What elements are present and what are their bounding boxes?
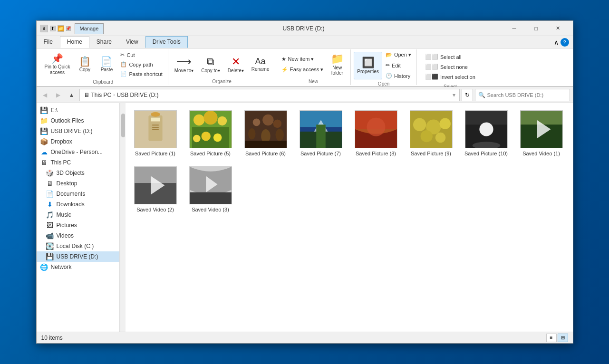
sidebar-item-3d[interactable]: 🎲 3D Objects	[37, 168, 119, 178]
sidebar-item-onedrive[interactable]: ☁ OneDrive - Person...	[37, 147, 119, 157]
rename-button[interactable]: Aa Rename	[248, 50, 273, 78]
sidebar-item-this-pc[interactable]: 🖥 This PC	[37, 157, 119, 168]
copy-path-button[interactable]: 📋 Copy path	[118, 60, 164, 69]
file-item-vid2[interactable]: Saved Video (2)	[129, 163, 182, 216]
sidebar-scrollbar[interactable]	[120, 103, 126, 332]
file-thumb-vid2	[134, 166, 177, 204]
sidebar-item-e-drive[interactable]: 💾 E:\	[37, 105, 119, 115]
path-chevron[interactable]: ▾	[453, 92, 455, 98]
ribbon-group-organize: ⟶ Move to▾ ⧉ Copy to▾ ✕ Delete▾ Aa Renam…	[168, 49, 276, 85]
open-button[interactable]: 📂 Open ▾	[383, 50, 414, 59]
ribbon-collapse-button[interactable]: ∧	[554, 38, 559, 46]
file-name-pic5: Saved Picture (5)	[190, 150, 231, 157]
sidebar-item-desktop[interactable]: 🖥 Desktop	[37, 178, 119, 189]
sidebar-item-dropbox[interactable]: 📦 Dropbox	[37, 136, 119, 147]
file-item-pic1[interactable]: Saved Picture (1)	[129, 107, 182, 160]
file-grid: Saved Picture (1)	[129, 107, 569, 217]
file-name-pic10: Saved Picture (10)	[464, 150, 508, 157]
pin-to-quick-access-button[interactable]: 📌 Pin to Quickaccess	[41, 51, 74, 78]
select-all-button[interactable]: ⬜⬜ Select all	[423, 52, 478, 61]
rename-icon: Aa	[255, 57, 266, 67]
delete-button[interactable]: ✕ Delete▾	[224, 50, 247, 78]
sidebar-item-local-disk[interactable]: 💽 Local Disk (C:)	[37, 241, 119, 251]
ribbon-tabs: File Home Share View Drive Tools ∧ ?	[37, 36, 573, 48]
paste-button[interactable]: 📄 Paste	[96, 51, 117, 78]
up-button[interactable]: ▲	[66, 89, 77, 101]
new-folder-button[interactable]: 📁 Newfolder	[327, 50, 348, 78]
delete-icon: ✕	[232, 56, 240, 68]
tab-view[interactable]: View	[119, 36, 145, 48]
edit-button[interactable]: ✏ Edit	[383, 61, 414, 70]
history-button[interactable]: 🕐 History	[383, 71, 414, 80]
explorer-window: 🖥 ⬆ 📁 📌 Manage USB DRIVE (D:) ─ □ ✕ File…	[36, 20, 573, 344]
path-drive: USB DRIVE (D:)	[117, 92, 159, 98]
sidebar-item-videos[interactable]: 📹 Videos	[37, 230, 119, 241]
file-item-vid3[interactable]: Saved Video (3)	[184, 163, 237, 216]
copy-to-label: Copy to▾	[201, 68, 220, 73]
file-item-vid1[interactable]: Saved Video (1)	[515, 107, 568, 160]
this-pc-label: This PC	[51, 159, 71, 166]
address-path[interactable]: 🖥 This PC › USB DRIVE (D:) ▾	[79, 89, 460, 101]
file-item-pic9[interactable]: Saved Picture (9)	[405, 107, 457, 160]
downloads-icon: ⬇	[46, 201, 54, 208]
file-item-pic5[interactable]: Saved Picture (5)	[184, 107, 237, 160]
sidebar-item-downloads[interactable]: ⬇ Downloads	[37, 199, 119, 210]
cut-col: ✂ Cut 📋 Copy path 📄 Paste shortcut	[118, 50, 164, 78]
move-to-button[interactable]: ⟶ Move to▾	[171, 50, 197, 78]
new-items: ★ New item ▾ ⚡ Easy access ▾ 📁 Newfolder	[279, 50, 348, 78]
help-button[interactable]: ?	[561, 38, 569, 47]
desktop-label: Desktop	[57, 180, 77, 187]
pictures-label: Pictures	[57, 222, 77, 229]
file-item-pic8[interactable]: Saved Picture (8)	[350, 107, 402, 160]
copy-paste-col: 📋 Copy	[74, 51, 95, 78]
tab-share[interactable]: Share	[89, 36, 119, 48]
3d-icon: 🎲	[46, 169, 54, 177]
cut-button[interactable]: ✂ Cut	[118, 50, 164, 59]
back-button[interactable]: ◀	[39, 89, 51, 101]
new-item-button[interactable]: ★ New item ▾	[279, 55, 326, 64]
sidebar-item-usb-top[interactable]: 💾 USB DRIVE (D:)	[37, 126, 119, 136]
tab-home[interactable]: Home	[60, 36, 89, 48]
select-none-button[interactable]: ⬜⬜ Select none	[423, 62, 478, 71]
invert-selection-button[interactable]: ⬜⬛ Invert selection	[423, 72, 478, 81]
address-bar: ◀ ▶ ▲ 🖥 This PC › USB DRIVE (D:) ▾ ↻ 🔍	[37, 87, 573, 103]
svg-point-36	[435, 133, 445, 143]
sidebar-item-usb-drive[interactable]: 💾 USB DRIVE (D:)	[37, 251, 119, 262]
file-item-pic6[interactable]: Saved Picture (6)	[240, 107, 292, 160]
ribbon-group-select: ⬜⬜ Select all ⬜⬜ Select none ⬜⬛ Invert s…	[417, 49, 483, 85]
open-col: 📂 Open ▾ ✏ Edit 🕐 History	[383, 50, 414, 80]
close-button[interactable]: ✕	[547, 21, 569, 36]
refresh-button[interactable]: ↻	[462, 89, 473, 101]
maximize-button[interactable]: □	[525, 21, 547, 36]
properties-icon: 🔲	[362, 57, 375, 69]
sidebar-scrollbar-thumb	[121, 114, 125, 137]
sidebar-item-pictures[interactable]: 🖼 Pictures	[37, 220, 119, 230]
clipboard-label: Clipboard	[41, 78, 165, 85]
sidebar-item-documents[interactable]: 📄 Documents	[37, 189, 119, 199]
search-input[interactable]	[487, 92, 567, 98]
file-item-pic7[interactable]: Saved Picture (7)	[295, 107, 347, 160]
paste-shortcut-icon: 📄	[120, 71, 127, 77]
pictures-icon: 🖼	[46, 221, 54, 229]
manage-tab[interactable]: Manage	[75, 23, 104, 34]
properties-button[interactable]: 🔲 Properties	[354, 52, 382, 79]
grid-view-button[interactable]: ⊞	[558, 334, 568, 342]
easy-access-button[interactable]: ⚡ Easy access ▾	[279, 65, 326, 74]
sidebar-item-outlook[interactable]: 📁 Outlook Files	[37, 115, 119, 126]
copy-button[interactable]: 📋 Copy	[74, 51, 95, 78]
minimize-button[interactable]: ─	[503, 21, 525, 36]
file-area: Saved Picture (1)	[126, 103, 573, 332]
tab-file[interactable]: File	[37, 36, 60, 48]
svg-point-19	[248, 128, 255, 139]
list-view-button[interactable]: ≡	[546, 334, 557, 342]
forward-button[interactable]: ▶	[53, 89, 64, 101]
sidebar-item-music[interactable]: 🎵 Music	[37, 210, 119, 220]
tab-drive-tools[interactable]: Drive Tools	[145, 36, 188, 48]
title-bar-icons: 🖥 ⬆ 📁 📌	[40, 25, 71, 32]
path-pc: This PC	[91, 92, 112, 98]
copy-to-button[interactable]: ⧉ Copy to▾	[198, 50, 223, 78]
sidebar-item-network[interactable]: 🌐 Network	[37, 262, 119, 272]
file-thumb-pic1	[134, 110, 177, 148]
paste-shortcut-button[interactable]: 📄 Paste shortcut	[118, 69, 164, 78]
file-item-pic10[interactable]: Saved Picture (10)	[460, 107, 512, 160]
